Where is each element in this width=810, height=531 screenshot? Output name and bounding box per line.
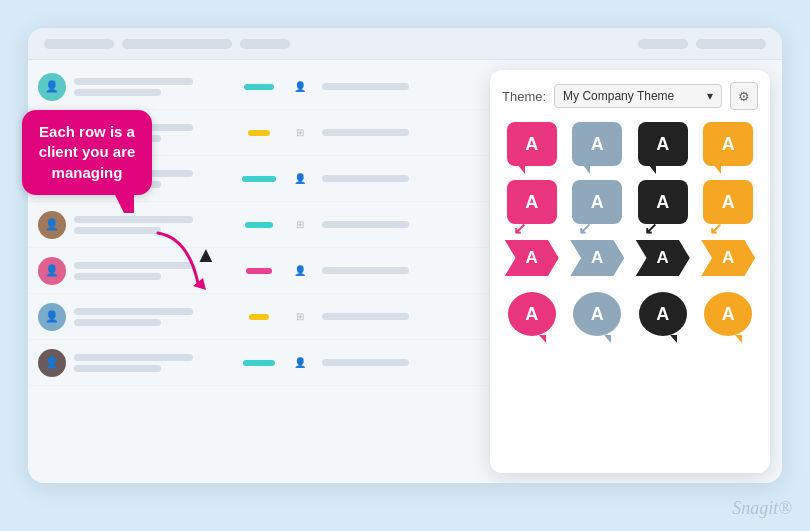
row-text bbox=[74, 308, 232, 326]
theme-icon-cell[interactable]: A bbox=[699, 122, 759, 166]
topbar-placeholder-2 bbox=[122, 39, 232, 49]
arrow-bubble-gray: A bbox=[572, 180, 622, 224]
round-bubble-black: A bbox=[639, 292, 687, 336]
row-bar-col bbox=[240, 222, 278, 228]
theme-dropdown-value: My Company Theme bbox=[563, 89, 674, 103]
round-bubble-pink: A bbox=[508, 292, 556, 336]
snagit-label: Snagit® bbox=[732, 498, 792, 519]
person-icon: 👤 bbox=[294, 357, 306, 368]
topbar-placeholder-1 bbox=[44, 39, 114, 49]
top-bar bbox=[28, 28, 782, 60]
row-line bbox=[322, 83, 409, 90]
status-bar bbox=[246, 268, 272, 274]
row-icon-col: ⊞ bbox=[286, 127, 314, 138]
chevron-shape-black: A bbox=[636, 240, 690, 276]
arrow-bubble-black: A bbox=[638, 180, 688, 224]
row-line bbox=[322, 267, 409, 274]
chevron-shape-pink: A bbox=[505, 240, 559, 276]
theme-icon-cell[interactable]: A bbox=[568, 172, 628, 224]
row-extra-text bbox=[322, 83, 480, 90]
status-bar bbox=[242, 176, 276, 182]
row-icon-col: 👤 bbox=[286, 265, 314, 276]
table-row[interactable]: 👤 👤 bbox=[28, 64, 490, 110]
row-icon-col: 👤 bbox=[286, 173, 314, 184]
row-text bbox=[74, 216, 232, 234]
theme-icon-cell[interactable]: A bbox=[699, 172, 759, 224]
table-row[interactable]: 👤 👤 bbox=[28, 248, 490, 294]
avatar: 👤 bbox=[38, 211, 66, 239]
row-icon-col: 👤 bbox=[286, 357, 314, 368]
person-icon: 👤 bbox=[294, 81, 306, 92]
theme-icons-grid: A A A A A A A bbox=[502, 122, 758, 336]
row-line bbox=[74, 262, 193, 269]
round-bubble-gray: A bbox=[573, 292, 621, 336]
row-extra-text bbox=[322, 221, 480, 228]
row-extra-text bbox=[322, 267, 480, 274]
avatar: 👤 bbox=[38, 303, 66, 331]
theme-icon-cell[interactable]: A bbox=[568, 282, 628, 336]
theme-icon-cell[interactable]: A bbox=[633, 122, 693, 166]
avatar: 👤 bbox=[38, 73, 66, 101]
row-bar-col bbox=[240, 268, 278, 274]
theme-icon-cell[interactable]: A bbox=[568, 122, 628, 166]
table-row[interactable]: 👤 👤 bbox=[28, 340, 490, 386]
topbar-placeholder-5 bbox=[696, 39, 766, 49]
row-extra-text bbox=[322, 313, 480, 320]
theme-icon-cell[interactable]: A bbox=[502, 122, 562, 166]
status-bar bbox=[244, 84, 274, 90]
theme-icon-cell[interactable]: A bbox=[502, 282, 562, 336]
row-bar-col bbox=[240, 84, 278, 90]
theme-label: Theme: bbox=[502, 89, 546, 104]
row-text bbox=[74, 262, 232, 280]
theme-icon-cell[interactable]: A bbox=[633, 282, 693, 336]
chevron-shape-yellow: A bbox=[701, 240, 755, 276]
gear-button[interactable]: ⚙ bbox=[730, 82, 758, 110]
row-line bbox=[322, 313, 409, 320]
topbar-placeholder-4 bbox=[638, 39, 688, 49]
row-line bbox=[74, 354, 193, 361]
row-line bbox=[322, 221, 409, 228]
row-text bbox=[74, 354, 232, 372]
row-line bbox=[74, 227, 161, 234]
speech-bubble-black: A bbox=[638, 122, 688, 166]
status-bar bbox=[249, 314, 269, 320]
row-bar-col bbox=[240, 360, 278, 366]
row-extra-text bbox=[322, 175, 480, 182]
theme-icon-cell[interactable]: A bbox=[502, 230, 562, 276]
callout-annotation: Each row is a client you are managing bbox=[22, 110, 152, 195]
theme-dropdown[interactable]: My Company Theme ▾ bbox=[554, 84, 722, 108]
row-line bbox=[322, 359, 409, 366]
grid-icon: ⊞ bbox=[296, 311, 304, 322]
row-line bbox=[322, 129, 409, 136]
row-bar-col bbox=[240, 176, 278, 182]
theme-icon-cell[interactable]: A bbox=[699, 282, 759, 336]
row-line bbox=[74, 365, 161, 372]
theme-icon-cell[interactable]: A bbox=[568, 230, 628, 276]
theme-header: Theme: My Company Theme ▾ ⚙ bbox=[502, 82, 758, 110]
table-row[interactable]: 👤 ⊞ bbox=[28, 294, 490, 340]
theme-icon-cell[interactable]: A bbox=[502, 172, 562, 224]
person-icon: 👤 bbox=[294, 173, 306, 184]
speech-bubble-yellow: A bbox=[703, 122, 753, 166]
row-icon-col: ⊞ bbox=[286, 311, 314, 322]
theme-panel: Theme: My Company Theme ▾ ⚙ A A A bbox=[490, 70, 770, 473]
row-bar-col bbox=[240, 130, 278, 136]
speech-bubble-pink: A bbox=[507, 122, 557, 166]
row-line bbox=[74, 78, 193, 85]
round-bubble-yellow: A bbox=[704, 292, 752, 336]
table-row[interactable]: 👤 ⊞ bbox=[28, 202, 490, 248]
row-line bbox=[74, 308, 193, 315]
arrow-bubble-pink: A bbox=[507, 180, 557, 224]
row-icon-col: 👤 bbox=[286, 81, 314, 92]
arrow-bubble-yellow: A bbox=[703, 180, 753, 224]
row-extra-text bbox=[322, 129, 480, 136]
theme-icon-cell[interactable]: A bbox=[633, 172, 693, 224]
row-line bbox=[74, 319, 161, 326]
theme-icon-cell[interactable]: A bbox=[633, 230, 693, 276]
theme-icon-cell[interactable]: A bbox=[699, 230, 759, 276]
grid-icon: ⊞ bbox=[296, 219, 304, 230]
row-text bbox=[74, 78, 232, 96]
chevron-down-icon: ▾ bbox=[707, 89, 713, 103]
status-bar bbox=[245, 222, 273, 228]
avatar: 👤 bbox=[38, 257, 66, 285]
